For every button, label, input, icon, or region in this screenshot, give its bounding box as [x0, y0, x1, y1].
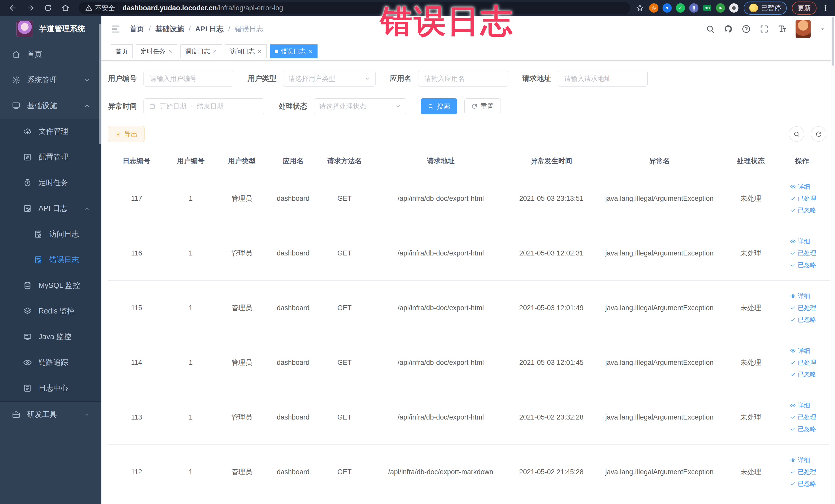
action-processed-link[interactable]: 已处理	[790, 413, 816, 421]
action-label: 已忽略	[798, 261, 816, 269]
browser-reload-button[interactable]	[41, 2, 56, 14]
action-processed-link[interactable]: 已处理	[790, 249, 816, 257]
action-detail-link[interactable]: 详细	[790, 237, 810, 245]
app-name-input[interactable]	[424, 75, 502, 83]
eye-icon	[790, 293, 796, 299]
sidebar-item-mysql-monitor[interactable]: MySQL 监控	[0, 273, 101, 298]
reset-button[interactable]: 重置	[464, 98, 501, 114]
sidebar-fold-icon[interactable]	[110, 24, 121, 34]
refresh-table-button[interactable]	[811, 126, 826, 142]
reset-button-label: 重置	[481, 102, 494, 111]
avatar-caret-down-icon[interactable]	[820, 26, 826, 32]
request-url-input[interactable]	[564, 75, 642, 83]
cell-actions: 详细已处理已忽略	[774, 335, 830, 390]
cell-exception: java.lang.IllegalArgumentException	[591, 171, 728, 226]
ext-green-leaf-icon[interactable]: ❧	[716, 3, 725, 13]
action-ignored-link[interactable]: 已忽略	[790, 316, 816, 324]
action-processed-link[interactable]: 已处理	[790, 358, 816, 367]
github-icon[interactable]	[724, 24, 733, 34]
sidebar-item-trace[interactable]: 链路追踪	[0, 350, 101, 375]
date-range-picker[interactable]: 开始日期 - 结束日期	[143, 98, 264, 114]
fullscreen-icon[interactable]	[759, 24, 769, 34]
close-icon[interactable]	[308, 49, 313, 54]
action-detail-link[interactable]: 详细	[790, 401, 810, 409]
user-id-input[interactable]	[149, 75, 227, 83]
breadcrumb-item[interactable]: API 日志	[195, 24, 224, 34]
tab-label: 调度日志	[185, 47, 210, 56]
action-detail-link[interactable]: 详细	[790, 183, 810, 191]
action-processed-link[interactable]: 已处理	[790, 468, 816, 476]
tab-home[interactable]: 首页	[110, 44, 133, 58]
action-processed-link[interactable]: 已处理	[790, 304, 816, 312]
check-icon	[790, 317, 796, 322]
help-icon[interactable]	[741, 24, 751, 34]
ext-blue-grid-icon[interactable]: ⣿	[689, 3, 698, 13]
sidebar-item-access-log[interactable]: 访问日志	[0, 221, 101, 247]
action-ignored-link[interactable]: 已忽略	[790, 261, 816, 269]
tab-access-log[interactable]: 访问日志	[225, 44, 267, 58]
close-icon[interactable]	[212, 49, 217, 54]
column-header: 日志编号	[108, 151, 165, 171]
sidebar-item-error-log[interactable]: 错误日志	[0, 247, 101, 273]
tab-scheduled-tasks[interactable]: 定时任务	[136, 44, 177, 58]
action-detail-link[interactable]: 详细	[790, 456, 810, 464]
browser-home-button[interactable]	[58, 2, 73, 14]
action-ignored-link[interactable]: 已忽略	[790, 206, 816, 215]
security-label: 不安全	[95, 4, 115, 13]
scrollbar-thumb[interactable]	[832, 17, 834, 66]
column-header: 用户编号	[165, 151, 217, 171]
sidebar-item-file-mgmt[interactable]: 文件管理	[0, 119, 101, 144]
tab-schedule-log[interactable]: 调度日志	[180, 44, 222, 58]
ext-green-check-icon[interactable]: ✓	[676, 3, 685, 13]
ext-blue-shield-icon[interactable]: ▼	[663, 3, 672, 13]
sidebar-item-scheduled-tasks[interactable]: 定时任务	[0, 170, 101, 196]
user-avatar[interactable]	[795, 20, 811, 38]
action-ignored-link[interactable]: 已忽略	[790, 480, 816, 488]
sidebar-item-config-mgmt[interactable]: 配置管理	[0, 144, 101, 170]
sidebar-item-redis-monitor[interactable]: Redis 监控	[0, 298, 101, 324]
browser-forward-button[interactable]	[23, 2, 38, 14]
sidebar-item-system-mgmt[interactable]: 系统管理	[0, 67, 101, 93]
cell-time: 2021-05-03 12:02:31	[512, 226, 591, 281]
search-icon[interactable]	[706, 24, 715, 34]
sidebar-scrollbar[interactable]	[99, 24, 101, 144]
close-icon[interactable]	[168, 49, 172, 54]
page-scrollbar[interactable]	[831, 16, 835, 504]
update-button[interactable]: 更新	[792, 2, 816, 15]
sidebar-item-home[interactable]: 首页	[0, 42, 101, 67]
tab-error-log[interactable]: 错误日志	[270, 44, 318, 58]
bookmark-star-icon[interactable]	[636, 4, 644, 12]
font-size-icon[interactable]	[777, 24, 787, 34]
search-button[interactable]: 搜索	[421, 98, 457, 114]
sidebar-item-api-log[interactable]: API 日志	[0, 196, 101, 221]
export-button[interactable]: 导出	[108, 126, 144, 142]
cell-status: 未处理	[728, 226, 774, 281]
action-processed-link[interactable]: 已处理	[790, 194, 816, 203]
sidebar-item-java-monitor[interactable]: Java 监控	[0, 324, 101, 350]
ext-orange-ring-icon[interactable]: ◎	[649, 3, 658, 13]
sidebar-item-infrastructure[interactable]: 基础设施	[0, 93, 101, 119]
action-ignored-link[interactable]: 已忽略	[790, 370, 816, 379]
sidebar-item-label: 日志中心	[39, 383, 68, 394]
sidebar-item-label: 访问日志	[49, 229, 79, 239]
browser-back-button[interactable]	[6, 2, 21, 14]
action-ignored-link[interactable]: 已忽略	[790, 425, 816, 433]
breadcrumb-item[interactable]: 基础设施	[155, 24, 184, 34]
sidebar-item-dev-tools[interactable]: 研发工具	[0, 402, 101, 427]
sidebar-item-log-center[interactable]: 日志中心	[0, 375, 101, 401]
paused-badge[interactable]: 已暂停	[744, 2, 787, 15]
browser-menu-icon[interactable]	[822, 4, 829, 12]
close-icon[interactable]	[257, 49, 262, 54]
ext-puzzle-icon[interactable]: ⬣	[729, 3, 738, 13]
ext-on-badge-icon[interactable]: on	[702, 3, 712, 13]
breadcrumb-item[interactable]: 首页	[130, 24, 144, 34]
cell-user-id: 1	[165, 281, 217, 335]
process-status-select[interactable]: 请选择处理状态	[314, 98, 406, 114]
user-type-select[interactable]: 请选择用户类型	[283, 70, 375, 86]
action-detail-link[interactable]: 详细	[790, 292, 810, 300]
address-bar[interactable]: 不安全 dashboard.yudao.iocoder.cn/infra/log…	[79, 2, 630, 14]
action-detail-link[interactable]: 详细	[790, 347, 810, 355]
toggle-search-button[interactable]	[789, 126, 804, 142]
app-logo[interactable]: 芋道管理系统	[0, 16, 101, 42]
error-log-table: 日志编号用户编号用户类型应用名请求方法名请求地址异常发生时间异常名处理状态操作 …	[108, 151, 830, 499]
